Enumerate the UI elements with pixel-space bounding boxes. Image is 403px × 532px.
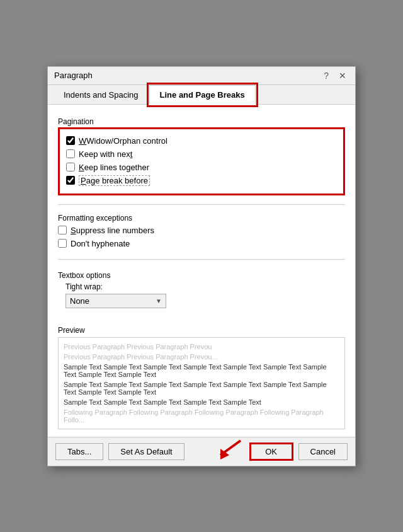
page-break-before-row: Page break before [66,174,337,187]
dont-hyphenate-label: Don't hyphenate [71,239,130,248]
formatting-exceptions-section: Formatting exceptions Suppress line numb… [58,214,345,250]
dialog-content: Pagination WWidow/Orphan control Keep wi… [48,105,355,437]
red-arrow-icon [215,437,247,463]
keep-with-next-checkbox[interactable] [66,149,75,158]
set-default-button[interactable]: Set As Default [108,443,184,460]
ok-area: OK [249,442,293,461]
titlebar-controls: ? ✕ [321,71,349,81]
pagination-section: Pagination WWidow/Orphan control Keep wi… [58,117,345,195]
paragraph-dialog: Paragraph ? ✕ Indents and Spacing Line a… [47,66,356,466]
preview-follow-text: Following Paragraph Following Paragraph … [64,408,339,424]
keep-lines-together-label: Keep lines together [79,163,149,172]
preview-sample2: Sample Text Sample Text Sample Text Samp… [64,381,339,396]
keep-with-next-row: Keep with next [66,147,337,161]
cancel-button[interactable]: Cancel [298,443,348,460]
close-button[interactable]: ✕ [336,71,349,81]
tab-indents-spacing[interactable]: Indents and Spacing [53,85,149,105]
preview-prev-text1: Previous Paragraph Previous Paragraph Pr… [64,343,339,350]
preview-sample3: Sample Text Sample Text Sample Text Samp… [64,398,339,406]
footer-right: OK Cancel [249,442,348,461]
preview-sample1: Sample Text Sample Text Sample Text Samp… [64,363,339,378]
tight-wrap-value: None [70,296,89,306]
keep-with-next-label: Keep with next [79,149,132,159]
divider2 [58,259,345,260]
widow-orphan-row: WWidow/Orphan control [66,134,337,147]
dialog-footer: Tabs... Set As Default OK Cancel [48,437,355,466]
preview-prev-text2: Previous Paragraph Previous Paragraph Pr… [64,353,339,361]
tabs-bar: Indents and Spacing Line and Page Breaks [48,85,355,105]
titlebar: Paragraph ? ✕ [48,67,355,85]
ok-button[interactable]: OK [249,442,293,461]
keep-lines-together-checkbox[interactable] [66,163,75,171]
footer-left: Tabs... Set As Default [55,443,184,460]
preview-title: Preview [58,326,345,335]
tight-wrap-dropdown-row: None ▼ [65,294,345,308]
tight-wrap-label: Tight wrap: [65,282,345,291]
widow-orphan-label: WWidow/Orphan control [79,136,167,146]
divider1 [58,204,345,205]
dont-hyphenate-row: Don't hyphenate [58,237,345,250]
page-break-before-checkbox[interactable] [66,176,75,185]
preview-box: Previous Paragraph Previous Paragraph Pr… [58,337,345,429]
tab-line-page-breaks[interactable]: Line and Page Breaks [149,85,256,105]
suppress-line-numbers-label: Suppress line numbers [71,226,154,235]
widow-orphan-checkbox[interactable] [66,136,75,145]
pagination-box: WWidow/Orphan control Keep with next Kee… [58,127,345,195]
page-break-before-label: Page break before [79,176,150,185]
textbox-options-title: Textbox options [58,271,345,280]
pagination-title: Pagination [58,117,345,126]
dialog-title: Paragraph [54,71,93,80]
help-button[interactable]: ? [321,71,331,81]
keep-lines-together-row: Keep lines together [66,161,337,174]
dropdown-arrow-icon: ▼ [156,298,162,304]
suppress-line-numbers-checkbox[interactable] [58,226,67,234]
dont-hyphenate-checkbox[interactable] [58,239,67,248]
textbox-options-section: Textbox options Tight wrap: None ▼ [58,271,345,308]
tabs-button[interactable]: Tabs... [55,443,103,460]
tight-wrap-dropdown[interactable]: None ▼ [65,294,166,308]
preview-section: Preview Previous Paragraph Previous Para… [58,326,345,429]
suppress-line-numbers-row: Suppress line numbers [58,224,345,237]
formatting-exceptions-title: Formatting exceptions [58,214,345,223]
